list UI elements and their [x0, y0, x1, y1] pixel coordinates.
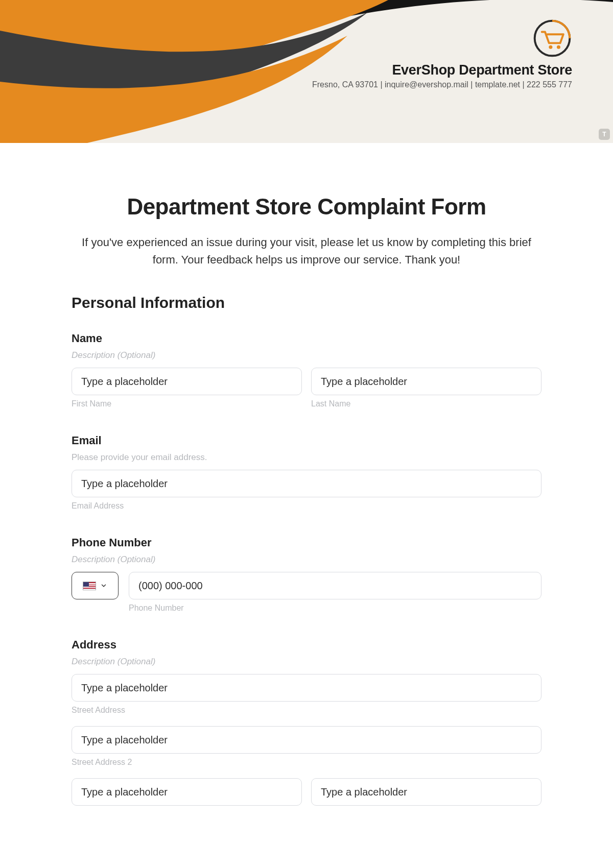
last-name-sublabel: Last Name — [311, 399, 541, 408]
us-flag-icon — [83, 582, 96, 590]
name-group: Name Description (Optional) First Name L… — [72, 332, 541, 408]
first-name-sublabel: First Name — [72, 399, 302, 408]
email-sublabel: Email Address — [72, 501, 541, 511]
address-group: Address Description (Optional) Street Ad… — [72, 638, 541, 806]
phone-sublabel: Phone Number — [129, 604, 541, 613]
phone-desc: Description (Optional) — [72, 554, 541, 565]
email-desc: Please provide your email address. — [72, 452, 541, 463]
phone-label: Phone Number — [72, 536, 541, 549]
state-input[interactable] — [311, 778, 541, 806]
letterhead: EverShop Department Store Fresno, CA 937… — [0, 0, 613, 143]
brand-name: EverShop Department Store — [312, 62, 572, 78]
phone-group: Phone Number Description (Optional) Phon… — [72, 536, 541, 613]
email-group: Email Please provide your email address.… — [72, 434, 541, 511]
city-input[interactable] — [72, 778, 302, 806]
country-code-select[interactable] — [72, 572, 119, 599]
email-label: Email — [72, 434, 541, 447]
svg-point-1 — [549, 45, 552, 49]
page-title: Department Store Complaint Form — [72, 194, 541, 220]
address-desc: Description (Optional) — [72, 657, 541, 667]
street-address-sublabel: Street Address — [72, 706, 541, 715]
section-personal-info: Personal Information — [72, 294, 541, 311]
chevron-down-icon — [100, 582, 107, 589]
name-desc: Description (Optional) — [72, 350, 541, 360]
street-address-2-sublabel: Street Address 2 — [72, 758, 541, 767]
cart-logo-icon — [532, 18, 572, 58]
template-badge: T — [599, 129, 610, 140]
street-address-input[interactable] — [72, 674, 541, 702]
intro-text: If you've experienced an issue during yo… — [72, 234, 541, 269]
address-label: Address — [72, 638, 541, 652]
first-name-input[interactable] — [72, 368, 302, 395]
brand-contact-line: Fresno, CA 93701 | inquire@evershop.mail… — [312, 80, 572, 89]
last-name-input[interactable] — [311, 368, 541, 395]
email-input[interactable] — [72, 470, 541, 497]
street-address-2-input[interactable] — [72, 726, 541, 754]
form-page: Department Store Complaint Form If you'v… — [61, 143, 552, 852]
brand-block: EverShop Department Store Fresno, CA 937… — [312, 18, 572, 89]
svg-point-2 — [557, 45, 560, 49]
phone-input[interactable] — [129, 572, 541, 599]
name-label: Name — [72, 332, 541, 345]
